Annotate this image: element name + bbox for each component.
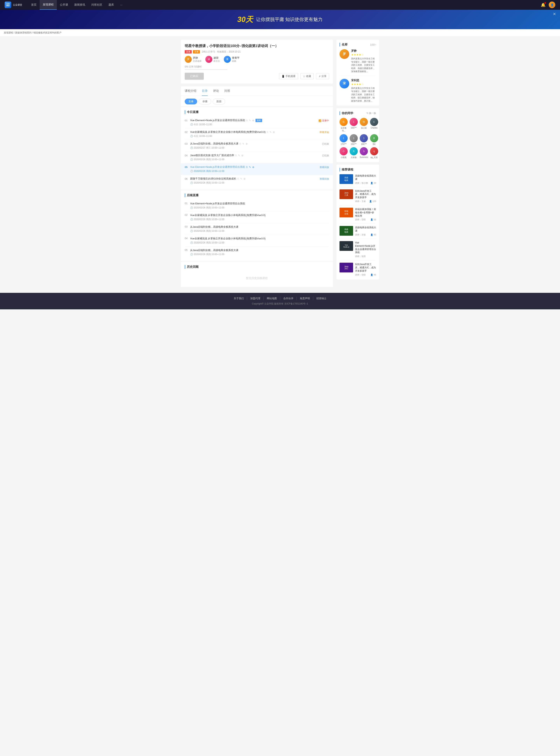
item-1-icon-copy[interactable]: ⎘ xyxy=(246,119,248,122)
item-4-icon-edit[interactable]: ✎ xyxy=(238,154,240,157)
future-item-3: 03 从Java后端到全栈，高级电商全栈系统大课 🕐 2020/02/26 周四… xyxy=(185,223,329,235)
refresh-classmates-btn[interactable]: ↻ 换一换 xyxy=(366,112,376,115)
student-charles: C Charles xyxy=(370,118,378,132)
footer-link-partner[interactable]: 合作伙伴 xyxy=(280,297,297,300)
banner: 30天 让你摆脱平庸 知识使你更有魅力 ✕ xyxy=(0,10,560,29)
student-bill: B Bill xyxy=(370,134,378,145)
instructor-2-name: 凌荷 xyxy=(214,56,220,60)
history-section: 历史回顾 暂无历史回顾课程 xyxy=(181,262,333,287)
item-1-icon-share[interactable]: ⊕ xyxy=(252,119,254,122)
student-1867: 1 1867** xyxy=(360,134,368,145)
collect-btn[interactable]: ☆ 收藏 xyxy=(300,73,314,79)
rec-course-3[interactable]: 前端全栈 前端全栈加强版！前端全栈+全周期+多维应用 讲师：岱田 👤 56 xyxy=(340,208,376,224)
live-item-6: 06 跟随千万级项目从0到100全过程高效成长 ⎘ ✎ ⊕ 🕐 2020/02/… xyxy=(185,175,329,186)
banner-close-btn[interactable]: ✕ xyxy=(553,12,556,16)
share-icon: ↗ xyxy=(319,75,321,78)
instructor-3: 青 青青平助教 xyxy=(224,56,240,63)
sub-tab-live[interactable]: 直播 xyxy=(185,99,197,104)
rec-course-5[interactable]: VueNode.js Vue Element+Node.js开发企业通用管理后台… xyxy=(340,241,376,260)
item-6-icon-copy[interactable]: ⎘ xyxy=(237,177,239,180)
instructor-2-role: 班主任 xyxy=(214,60,220,63)
nav-link-home[interactable]: 首页 xyxy=(28,0,40,10)
rec-course-1[interactable]: 高级电商 高级电商全线系统大课 讲师：张小锋 👤 34 xyxy=(340,174,376,187)
breadcrumb-link-2[interactable]: 新媒体营销系列 xyxy=(15,31,32,34)
item-4-icon-share[interactable]: ⊕ xyxy=(241,154,243,157)
item-3-icon-copy[interactable]: ⎘ xyxy=(240,142,241,145)
teacher-1: 罗 罗静 ★★★★☆ 国内某重点大学安全工程专业硕士，国家一级注册消防工程师、注… xyxy=(340,49,376,76)
footer: 关于我们 加盟代理 网站地图 合作伙伴 免责声明 招资纳士 Copyright®… xyxy=(0,293,560,310)
footer-link-agent[interactable]: 加盟代理 xyxy=(247,297,264,300)
sub-tab-record[interactable]: 录播 xyxy=(199,99,211,104)
teacher-2-desc: 国内某重点大学安全工程专业硕士，国家一级注册消防工程师、注册安全工程师、级注册建… xyxy=(351,86,376,103)
item-3-status: 已结束 xyxy=(322,142,329,146)
breadcrumb-link-1[interactable]: 发现课程 xyxy=(4,31,13,34)
purchased-btn[interactable]: 已购买 xyxy=(185,73,204,80)
teachers-nav[interactable]: 1/10 › xyxy=(370,43,376,46)
nav-link-public[interactable]: 公开课 xyxy=(57,0,71,10)
tag-live: 直播 xyxy=(185,50,192,54)
student-zxt: 张 张小田 xyxy=(360,118,368,132)
item-2-icon-share[interactable]: ⊕ xyxy=(273,131,275,134)
nav-link-courses[interactable]: 发现课程 xyxy=(40,0,57,10)
footer-link-about[interactable]: 关于我们 xyxy=(231,297,247,300)
nav-link-quiz[interactable]: 题库 xyxy=(105,0,117,10)
item-6-status[interactable]: 查看回放 xyxy=(320,177,329,181)
future-item-5: 05 从Java后端到全栈，高级电商全栈系统大课 🕐 2020/02/26 周四… xyxy=(185,246,329,258)
item-5-icon-share[interactable]: ⊕ xyxy=(252,166,254,168)
breadcrumb: 发现课程 / 新媒体营销系列 / 销冠修炼术抓定80%的客户 xyxy=(0,29,560,37)
footer-link-recruit[interactable]: 招资纳士 xyxy=(313,297,329,300)
item-5-icon-copy[interactable]: ⎘ xyxy=(246,166,248,168)
progress-label: 0% 已学习0课时 xyxy=(185,65,329,68)
student-1767: 1 1767** xyxy=(340,134,348,145)
footer-link-disclaimer[interactable]: 免责声明 xyxy=(297,297,313,300)
nav-link-qa[interactable]: 问答社区 xyxy=(88,0,105,10)
nav-link-more[interactable]: ··· xyxy=(117,0,126,10)
item-num-1: 01 xyxy=(185,119,190,122)
item-2-icon-copy[interactable]: ⎘ xyxy=(267,131,268,134)
tab-intro[interactable]: 课程介绍 xyxy=(185,86,196,96)
live-item-4: 04 Java项目面试实操 提升大厂面试成功率 ⎘ ✎ ⊕ 🕐 2020/02/… xyxy=(185,152,329,163)
logo-text: 云朵课堂 xyxy=(13,3,22,7)
student-bear: 小 小熊熊 xyxy=(340,147,348,159)
item-5-status[interactable]: 查看回放 xyxy=(320,165,329,169)
user-avatar[interactable]: 👤 xyxy=(549,2,555,8)
item-2-icon-edit[interactable]: ✎ xyxy=(269,131,272,134)
rec-course-6[interactable]: JavaJUC 玩转Java开发工具，精通JUC，成为开发多面手 讲师：岱田 👤… xyxy=(340,263,376,276)
instructor-1-role: 主讲老师 xyxy=(193,60,201,63)
future-item-2: 02 Vue全家桶实战 从零独立开发企业级小米电商系统(免费升级Vue3.0) … xyxy=(185,212,329,223)
rec-course-2[interactable]: Java工具 玩转Java开发工具，精通JUC，成为开发多面手 讲师：王崔 👤 … xyxy=(340,190,376,205)
nav-link-news[interactable]: 新闻资讯 xyxy=(71,0,88,10)
item-6-icon-share[interactable]: ⊕ xyxy=(243,177,245,180)
item-6-icon-edit[interactable]: ✎ xyxy=(240,177,242,180)
history-empty: 暂无历史回顾课程 xyxy=(185,273,329,284)
instructor-2: 凌 凌荷班主任 xyxy=(205,56,220,63)
banner-highlight: 30天 xyxy=(237,15,253,24)
rec-course-4[interactable]: 高级电商 高级电商全线系统大课 讲师：冷崔 👤 40 xyxy=(340,226,376,239)
instructor-3-name: 青青平 xyxy=(232,56,240,60)
course-header-card: 明星中教授课，小学阶段语法100分–强化级第1讲动词（一） 直播 录播 246人… xyxy=(181,40,333,84)
logo[interactable]: 云朵课堂 云朵课堂 xyxy=(5,2,22,8)
tab-catalog[interactable]: 目录 xyxy=(202,86,208,96)
footer-link-sitemap[interactable]: 网站地图 xyxy=(264,297,280,300)
tab-comments[interactable]: 评论 xyxy=(213,86,219,96)
item-4-icon-copy[interactable]: ⎘ xyxy=(235,154,237,157)
today-live-section: 今日直播 01 Vue Element+Node.js开发企业通用管理后台系统 … xyxy=(181,107,333,190)
breadcrumb-current: 销冠修炼术抓定80%的客户 xyxy=(34,31,61,34)
tab-qa[interactable]: 问答 xyxy=(224,86,230,96)
sub-tab-offline[interactable]: 面授 xyxy=(213,99,225,104)
item-3-icon-share[interactable]: ⊕ xyxy=(245,142,248,145)
mobile-watch-btn[interactable]: 📱 手机观看 xyxy=(279,73,298,79)
item-num-5: 05 xyxy=(185,165,190,168)
share-btn[interactable]: ↗ 分享 xyxy=(316,73,329,79)
item-3-icon-edit[interactable]: ✎ xyxy=(242,142,244,145)
item-1-status: 📶直播中 xyxy=(319,119,329,122)
live-item-2: 02 Vue全家桶实战 从零独立开发企业级小米电商系统(免费升级Vue3.0) … xyxy=(185,128,329,140)
instructor-3-role: 助教 xyxy=(232,60,240,63)
item-1-icon-edit[interactable]: ✎ xyxy=(249,119,251,122)
mobile-icon: 📱 xyxy=(282,75,285,78)
item-2-status: 即将开始 xyxy=(320,130,329,134)
course-title: 明星中教授课，小学阶段语法100分–强化级第1讲动词（一） xyxy=(185,43,329,48)
recommended-courses-card: 推荐课程 高级电商 高级电商全线系统大课 讲师：张小锋 👤 34 xyxy=(336,165,379,279)
notification-bell[interactable]: 🔔 xyxy=(541,2,546,7)
item-5-icon-edit[interactable]: ✎ xyxy=(249,166,251,168)
